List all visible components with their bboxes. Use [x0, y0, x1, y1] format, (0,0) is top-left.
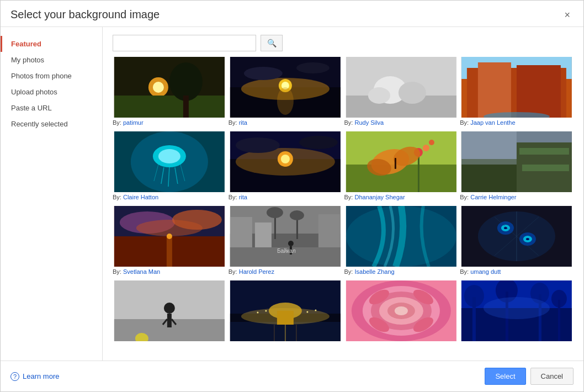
photographer-link[interactable]: Dhananjay Shegar — [354, 194, 405, 200]
gallery-caption — [229, 341, 342, 353]
sidebar-item-featured[interactable]: Featured — [1, 36, 102, 52]
svg-rect-52 — [394, 158, 396, 169]
dialog-title: Select your background image — [10, 8, 160, 21]
photographer-link[interactable]: Claire Hatton — [123, 194, 158, 200]
gallery-image[interactable] — [113, 280, 226, 341]
gallery-item: By: umang dutt — [460, 206, 574, 278]
svg-point-42 — [299, 136, 338, 149]
gallery-caption: By: Svetlana Man — [113, 267, 226, 278]
sidebar: Featured My photos Photos from phone Upl… — [1, 27, 103, 361]
gallery-caption: By: Isabelle Zhang — [344, 267, 458, 278]
gallery-caption: By: umang dutt — [460, 267, 574, 278]
svg-rect-24 — [478, 62, 511, 118]
svg-point-30 — [158, 149, 180, 163]
gallery-caption: By: patimur — [113, 118, 226, 129]
close-button[interactable]: × — [561, 9, 574, 21]
svg-point-133 — [484, 297, 550, 319]
search-button[interactable]: 🔍 — [261, 35, 283, 51]
svg-point-109 — [265, 310, 267, 312]
gallery-image[interactable]: Байкал — [229, 206, 342, 267]
sidebar-item-photos-from-phone[interactable]: Photos from phone — [1, 68, 102, 84]
search-input[interactable] — [113, 35, 256, 51]
search-bar: 🔍 — [103, 27, 583, 57]
gallery-image[interactable] — [344, 206, 458, 267]
caption-text — [229, 343, 230, 349]
gallery-item: By: Dhananjay Shegar — [344, 131, 458, 204]
svg-point-14 — [296, 62, 330, 73]
gallery-image[interactable] — [460, 131, 574, 192]
svg-point-77 — [290, 210, 304, 220]
photographer-link[interactable]: Jaap van Lenthe — [470, 119, 515, 126]
photographer-link[interactable]: Svetlana Man — [123, 268, 160, 275]
svg-point-48 — [428, 140, 434, 145]
gallery-caption: By: Dhananjay Shegar — [344, 192, 458, 204]
gallery-image[interactable] — [113, 131, 226, 192]
gallery-item: By: patimur — [113, 57, 226, 129]
dialog-body: Featured My photos Photos from phone Upl… — [1, 27, 583, 361]
gallery-caption: By: rita — [229, 118, 342, 129]
svg-point-108 — [257, 312, 258, 314]
gallery-image[interactable] — [229, 131, 342, 192]
svg-point-15 — [277, 87, 294, 115]
photographer-link[interactable]: Carrie Helminger — [470, 194, 516, 200]
sidebar-item-upload-photos[interactable]: Upload photos — [1, 84, 102, 100]
gallery-image[interactable] — [344, 131, 458, 192]
gallery-item — [460, 280, 574, 353]
gallery-image[interactable] — [229, 57, 342, 118]
gallery-item — [113, 280, 226, 353]
svg-point-110 — [306, 311, 308, 313]
dialog-header: Select your background image × — [1, 1, 583, 27]
svg-rect-25 — [517, 65, 561, 118]
gallery-image[interactable] — [344, 57, 458, 118]
sidebar-item-paste-url[interactable]: Paste a URL — [1, 100, 102, 116]
photographer-link[interactable]: Isabelle Zhang — [354, 268, 394, 275]
photographer-link[interactable]: rita — [239, 119, 247, 126]
photographer-link[interactable]: Rudy Silva — [354, 119, 384, 126]
main-content: 🔍 — [103, 27, 583, 361]
gallery-image[interactable] — [113, 57, 226, 118]
gallery-image[interactable] — [460, 280, 574, 341]
gallery-caption — [460, 341, 574, 353]
svg-point-132 — [551, 290, 567, 308]
svg-point-75 — [267, 207, 283, 218]
photographer-link[interactable]: umang dutt — [470, 268, 501, 275]
select-button[interactable]: Select — [485, 368, 525, 385]
learn-more-link[interactable]: ? Learn more — [10, 372, 59, 381]
svg-point-118 — [394, 306, 407, 315]
photographer-link[interactable]: rita — [239, 194, 247, 200]
gallery-image[interactable] — [460, 206, 574, 267]
gallery-caption — [344, 341, 458, 353]
gallery-item: By: Isabelle Zhang — [344, 206, 458, 278]
dialog-footer: ? Learn more Select Cancel — [1, 361, 583, 391]
gallery-item — [229, 280, 342, 353]
sidebar-item-recently-selected[interactable]: Recently selected — [1, 116, 102, 132]
footer-buttons: Select Cancel — [485, 368, 574, 385]
caption-text — [460, 343, 461, 349]
background-image-dialog: Select your background image × Featured … — [0, 0, 584, 392]
caption-text — [113, 343, 114, 349]
gallery-area: By: patimur — [103, 57, 583, 361]
svg-point-19 — [398, 82, 426, 104]
gallery-caption: By: rita — [229, 192, 342, 204]
cancel-button[interactable]: Cancel — [530, 368, 574, 385]
svg-point-6 — [169, 62, 203, 101]
svg-rect-57 — [521, 156, 569, 163]
svg-point-20 — [368, 87, 390, 104]
gallery-image[interactable] — [229, 280, 342, 341]
gallery-caption: By: Jaap van Lenthe — [460, 118, 574, 129]
svg-rect-45 — [417, 153, 419, 192]
sidebar-item-my-photos[interactable]: My photos — [1, 52, 102, 68]
photographer-link[interactable]: patimur — [123, 119, 144, 126]
gallery-image[interactable] — [344, 280, 458, 341]
svg-rect-58 — [522, 165, 569, 171]
gallery-item: By: Claire Hatton — [113, 131, 226, 204]
svg-point-126 — [464, 285, 484, 307]
gallery-image[interactable] — [113, 206, 226, 267]
gallery-item — [344, 280, 458, 353]
gallery-grid: By: patimur — [113, 57, 574, 353]
help-icon: ? — [10, 372, 19, 381]
gallery-image[interactable] — [460, 57, 574, 118]
photographer-link[interactable]: Harold Perez — [239, 268, 274, 275]
gallery-item: By: Jaap van Lenthe — [460, 57, 574, 129]
svg-point-47 — [422, 145, 429, 151]
